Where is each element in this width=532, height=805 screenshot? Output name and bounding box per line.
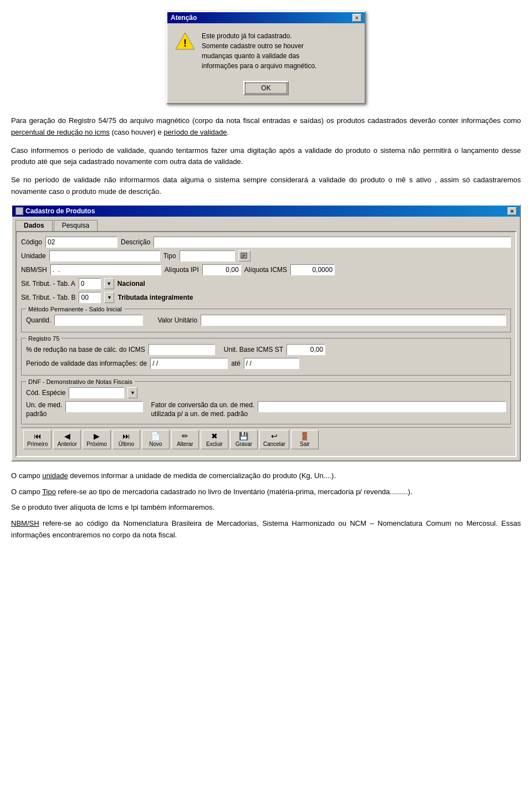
alert-message: Este produto já foi cadastrado. Somente … [202, 31, 316, 71]
red-base-label: % de redução na base de cálc. do ICMS [26, 346, 145, 353]
un-med-label2: padrão [26, 410, 62, 418]
bottom-unidade-highlight: unidade [42, 471, 68, 480]
alert-dialog: Atenção × ! Este produto já foi cadastra… [166, 11, 366, 104]
bottom-tipo-highlight: Tipo [42, 488, 56, 496]
sit-b-label: Sit. Tribut. - Tab. B [21, 294, 75, 301]
metodo-group: Método Permanente - Saldo Inicial Quanti… [21, 306, 511, 332]
fator-input[interactable] [258, 401, 506, 412]
ultimo-icon: ⏭ [122, 432, 130, 440]
bottom-p1: O campo unidade devemos informar a unida… [11, 470, 521, 482]
window-title-left: Cadastro de Produtos [16, 207, 95, 215]
codigo-label: Código [21, 238, 42, 246]
registro75-group: Registro 75 % de redução na base de cálc… [21, 335, 511, 376]
quantid-label: Quantid. [26, 316, 51, 324]
highlight-percentual: percentual de redução no icms [11, 128, 110, 136]
alert-buttons-area: OK [167, 76, 365, 103]
codigo-input[interactable] [45, 237, 117, 248]
aliq-icms-label: Alíquota ICMS [244, 266, 287, 274]
btn-alterar-label: Alterar [177, 441, 193, 447]
intro-paragraph-3: Se no período de validade não informarmo… [11, 175, 521, 198]
cod-especie-label: Cód. Espécie [26, 389, 65, 397]
fator-label2: utilizada p/ a un. de med. padrão [151, 410, 254, 418]
btn-proximo-label: Próximo [86, 441, 107, 447]
toolbar: ⏮ Primeiro ◀ Anterior ▶ Próximo ⏭ Último… [21, 427, 511, 452]
row-sit-a: Sit. Tribut. - Tab. A ▼ Nacional [21, 278, 511, 289]
btn-anterior[interactable]: ◀ Anterior [53, 430, 81, 449]
sit-b-input[interactable] [79, 292, 101, 303]
cod-especie-input[interactable] [69, 387, 124, 398]
btn-gravar[interactable]: 💾 Gravar [230, 430, 258, 449]
valor-unit-input[interactable] [201, 315, 506, 326]
row-sit-b: Sit. Tribut. - Tab. B ▼ Tributada integr… [21, 292, 511, 303]
window-body: Dados Pesquisa Código Descrição Unidade … [12, 217, 520, 460]
un-med-input[interactable] [65, 401, 143, 412]
btn-excluir[interactable]: ✖ Excluir [201, 430, 228, 449]
warning-icon: ! [175, 31, 195, 51]
cancelar-icon: ↩ [271, 432, 278, 440]
btn-ultimo[interactable]: ⏭ Último [112, 430, 140, 449]
descricao-input[interactable] [154, 237, 511, 248]
nbm-label: NBM/SH [21, 266, 47, 274]
window-title: Cadastro de Produtos [25, 207, 95, 215]
sit-b-dropdown[interactable]: ▼ [104, 292, 114, 303]
periodo-de-input[interactable] [150, 358, 228, 369]
bottom-p3: Se o produto tiver alíquota de Icms e Ip… [11, 502, 521, 514]
btn-excluir-label: Excluir [206, 441, 223, 447]
alert-close-button[interactable]: × [352, 14, 361, 22]
btn-sair[interactable]: 🚪 Sair [291, 430, 319, 449]
unit-base-icms-input[interactable] [287, 344, 325, 355]
row-periodo: Período de validade das informações: de … [26, 358, 506, 369]
tipo-browse-button[interactable] [238, 250, 250, 262]
unidade-input[interactable] [49, 250, 160, 262]
gravar-icon: 💾 [239, 432, 248, 440]
alert-ok-button[interactable]: OK [243, 81, 288, 95]
btn-anterior-label: Anterior [58, 441, 77, 447]
fator-label-group: Fator de conversão da un. de med. utiliz… [151, 401, 254, 418]
highlight-periodo: período de validade [163, 128, 227, 136]
row-unidade-tipo: Unidade Tipo [21, 250, 511, 262]
btn-gravar-label: Gravar [236, 441, 253, 447]
sit-a-dropdown[interactable]: ▼ [104, 278, 114, 289]
btn-alterar[interactable]: ✏ Alterar [171, 430, 199, 449]
btn-novo[interactable]: 📄 Novo [142, 430, 170, 449]
alterar-icon: ✏ [182, 432, 188, 440]
row-nbm-aliq: NBM/SH Alíquota IPI Alíquota ICMS [21, 264, 511, 275]
primeiro-icon: ⏮ [34, 432, 42, 440]
sair-icon: 🚪 [300, 432, 309, 440]
cod-especie-dropdown[interactable]: ▼ [127, 387, 137, 398]
sit-a-input[interactable] [79, 278, 101, 289]
alert-title: Atenção [171, 14, 197, 22]
btn-proximo[interactable]: ▶ Próximo [83, 430, 111, 449]
tipo-input[interactable] [180, 250, 235, 262]
unit-base-icms-label: Unit. Base ICMS ST [224, 346, 283, 353]
excluir-icon: ✖ [211, 432, 218, 440]
sit-a-description: Nacional [117, 280, 145, 288]
dialog-titlebar-buttons: × [352, 14, 361, 22]
tab-pesquisa[interactable]: Pesquisa [54, 220, 98, 231]
aliq-icms-input[interactable] [290, 264, 335, 275]
sit-a-label: Sit. Tribut. - Tab. A [21, 280, 75, 288]
bottom-text-area: O campo unidade devemos informar a unida… [11, 470, 521, 541]
dnf-group: DNF - Demonstrativo de Notas Fiscais Cód… [21, 378, 511, 424]
row-unmed-fator: Un. de med. padrão Fator de conversão da… [26, 401, 506, 418]
unidade-label: Unidade [21, 252, 46, 260]
btn-primeiro[interactable]: ⏮ Primeiro [23, 430, 52, 449]
svg-text:!: ! [183, 38, 187, 49]
alert-dialog-container: Atenção × ! Este produto já foi cadastra… [11, 11, 521, 104]
window-app-icon [16, 207, 23, 215]
periodo-ate-label: até [231, 360, 241, 367]
nbm-input[interactable] [50, 264, 161, 275]
tab-dados[interactable]: Dados [16, 220, 53, 231]
aliq-ipi-input[interactable] [202, 264, 241, 275]
bottom-p4: NBM/SH refere-se ao código da Nomenclatu… [11, 518, 521, 541]
un-med-label: Un. de med. [26, 401, 62, 409]
tipo-label: Tipo [163, 252, 176, 260]
quantid-input[interactable] [54, 315, 143, 326]
periodo-ate-input[interactable] [244, 358, 299, 369]
red-base-input[interactable] [149, 344, 215, 355]
metodo-row: Quantid. Valor Unitário [26, 315, 506, 326]
btn-cancelar[interactable]: ↩ Cancelar [259, 430, 289, 449]
window-close-button[interactable]: × [508, 207, 516, 215]
unmed-label-group: Un. de med. padrão [26, 401, 62, 418]
btn-ultimo-label: Último [119, 441, 134, 447]
